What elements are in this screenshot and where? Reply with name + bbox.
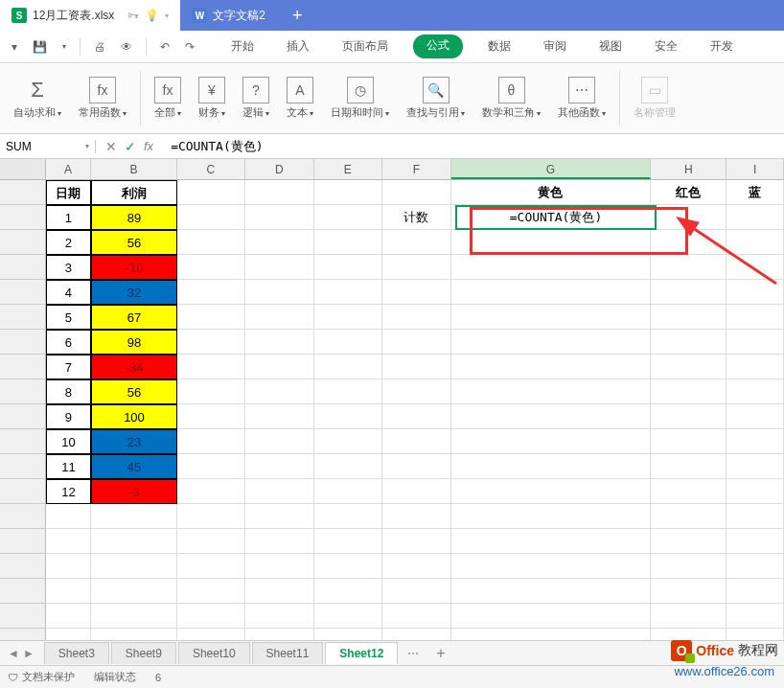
cell[interactable] [382,230,450,255]
cell[interactable] [726,529,784,554]
menu-button[interactable]: ▾ [6,36,23,57]
cell[interactable] [177,454,245,479]
redo-button[interactable]: ↷ [179,36,200,57]
sheet-next-button[interactable]: ► [23,647,35,660]
cell[interactable]: 56 [91,230,176,255]
cell[interactable] [177,205,245,230]
cell[interactable]: 7 [46,355,92,379]
cell[interactable] [382,180,450,205]
cell[interactable] [314,554,382,579]
cell[interactable]: 3 [46,255,92,280]
cell[interactable] [382,330,450,355]
col-header-I[interactable]: I [726,159,784,179]
cell[interactable] [651,379,726,404]
row-header[interactable] [0,404,46,429]
cell[interactable] [91,604,176,629]
sheet-tab[interactable]: Sheet9 [111,642,176,664]
cell[interactable] [245,479,313,504]
cell[interactable] [651,255,726,280]
menu-formula[interactable]: 公式 [413,34,463,58]
row-header[interactable] [0,305,46,330]
save-button[interactable]: 💾 [27,36,53,57]
cell[interactable] [451,529,651,554]
row-header[interactable] [0,504,46,529]
row-header[interactable] [0,554,46,579]
ribbon-text[interactable]: A文本 [281,67,319,129]
cell[interactable] [651,429,726,454]
cell[interactable] [726,504,784,529]
row-header[interactable] [0,255,46,280]
cell[interactable] [382,504,450,529]
cell[interactable] [726,404,784,429]
status-protect[interactable]: 🛡 文档未保护 [8,670,75,684]
cell[interactable] [726,355,784,379]
cell[interactable] [245,554,313,579]
cell[interactable]: 蓝 [726,180,784,205]
cell[interactable] [177,604,245,629]
cell[interactable]: 32 [91,280,176,305]
cell[interactable] [245,280,313,305]
cell[interactable] [651,305,726,330]
col-header-C[interactable]: C [177,159,245,179]
cell[interactable] [314,180,382,205]
cell[interactable] [177,579,245,604]
cell[interactable] [382,280,450,305]
ribbon-finance[interactable]: ¥财务 [193,67,231,129]
cell[interactable]: 12 [46,479,92,504]
cell[interactable]: 5 [46,305,92,330]
cell[interactable] [451,355,651,379]
cell[interactable] [451,379,651,404]
cell[interactable] [314,230,382,255]
cell[interactable] [651,355,726,379]
cell[interactable] [451,280,651,305]
cell[interactable] [91,554,176,579]
ribbon-math[interactable]: θ数学和三角 [476,67,546,129]
sheet-prev-button[interactable]: ◄ [8,647,19,660]
cell[interactable] [451,579,651,604]
cell[interactable] [177,554,245,579]
col-header-G[interactable]: G [451,159,651,179]
cell[interactable]: 黄色 [451,180,651,205]
cell[interactable]: -10 [91,255,176,280]
cell[interactable] [382,454,450,479]
cell[interactable]: 89 [91,205,176,230]
cell[interactable] [314,429,382,454]
cell[interactable] [245,529,313,554]
cell[interactable] [651,230,726,255]
cell[interactable] [314,604,382,629]
cell[interactable]: 9 [46,404,92,429]
menu-insert[interactable]: 插入 [279,34,317,58]
row-header[interactable] [0,454,46,479]
row-header[interactable] [0,479,46,504]
cell[interactable]: 日期 [46,180,92,205]
cell[interactable] [651,330,726,355]
cell[interactable] [314,305,382,330]
cell[interactable] [177,504,245,529]
cell[interactable] [314,355,382,379]
cell[interactable] [651,604,726,629]
cell[interactable]: 1 [46,205,92,230]
cell[interactable]: 10 [46,429,92,454]
select-all-corner[interactable] [0,159,46,179]
row-header[interactable] [0,205,46,230]
cell[interactable] [651,479,726,504]
cell[interactable] [726,255,784,280]
cell[interactable] [245,180,313,205]
cell[interactable] [726,379,784,404]
name-box[interactable]: SUM ▾ [0,140,96,153]
cell[interactable] [177,479,245,504]
cell[interactable] [451,504,651,529]
formula-input[interactable] [163,139,784,153]
cell[interactable] [314,280,382,305]
cell[interactable] [451,230,651,255]
cell[interactable] [726,230,784,255]
cell[interactable] [245,379,313,404]
chevron-down-icon[interactable]: ▾ [85,142,89,150]
ribbon-logic[interactable]: ?逻辑 [237,67,275,129]
menu-security[interactable]: 安全 [647,34,685,58]
cell[interactable] [451,330,651,355]
row-header[interactable] [0,429,46,454]
menu-dev[interactable]: 开发 [703,34,741,58]
cell[interactable] [177,230,245,255]
cell[interactable] [382,305,450,330]
